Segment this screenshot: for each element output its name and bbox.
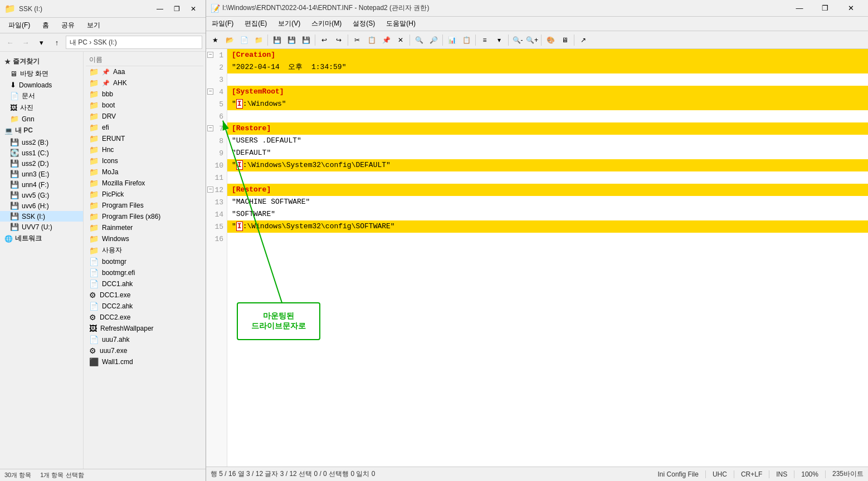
close-button[interactable]: ✕ [186, 3, 201, 14]
menu-help[interactable]: 도움말(H) [381, 17, 421, 30]
sidebar-item-documents[interactable]: 📄 문서 [0, 90, 83, 102]
sidebar-item-b[interactable]: 💾 uss2 (B:) [0, 137, 83, 148]
list-item[interactable]: 📁 bbb [86, 89, 203, 100]
sidebar-item-g[interactable]: 💾 uvv5 (G:) [0, 190, 83, 200]
list-item[interactable]: 📄 DCC2.ahk [86, 301, 203, 312]
ribbon-tab-file[interactable]: 파일(F) [2, 19, 36, 32]
list-item[interactable]: 📁 PicPick [86, 189, 203, 200]
sidebar-item-e[interactable]: 💾 unn3 (E:) [0, 169, 83, 179]
fold-icon[interactable]: − [207, 89, 213, 95]
toolbar-star[interactable]: ★ [208, 33, 222, 47]
sidebar-item-c[interactable]: 💽 uss1 (C:) [0, 148, 83, 158]
toolbar-open-folder[interactable]: 📂 [223, 33, 236, 47]
list-item[interactable]: 📁 DRV [86, 111, 203, 122]
sidebar-item-u[interactable]: 💾 UVV7 (U:) [0, 222, 83, 232]
toolbar-view2[interactable]: 📋 [460, 33, 473, 47]
sidebar-item-h[interactable]: 💾 uvv6 (H:) [0, 200, 83, 211]
toolbar-view1[interactable]: 📊 [445, 33, 459, 47]
ribbon-tab-share[interactable]: 공유 [55, 19, 81, 32]
menu-schema[interactable]: 스키마(M) [306, 17, 347, 30]
code-line[interactable]: "I:\Windows\System32\config\SOFTWARE" [227, 220, 868, 233]
list-item[interactable]: 📄 bootmgr [86, 256, 203, 267]
sidebar-item-desktop[interactable]: 🖥 바탕 화면 [0, 68, 83, 80]
recent-button[interactable]: ▾ [35, 36, 48, 49]
list-item[interactable]: ⚙ DCC1.exe [86, 289, 203, 301]
toolbar-linewrap[interactable]: ≡ [478, 33, 491, 47]
menu-file[interactable]: 파일(F) [206, 17, 239, 30]
sidebar-item-f[interactable]: 💾 unn4 (F:) [0, 179, 83, 190]
code-line[interactable]: "SOFTWARE" [227, 208, 868, 220]
code-line[interactable]: "MACHINE SOFTWARE" [227, 196, 868, 208]
menu-view[interactable]: 보기(V) [272, 17, 306, 30]
editor-content[interactable]: [Creation]"2022-04-14 오후 1:34:59"[System… [227, 49, 868, 467]
list-item[interactable]: 📁 Windows [86, 233, 203, 244]
fold-icon[interactable]: − [207, 125, 213, 131]
list-item[interactable]: 📄 DCC1.ahk [86, 278, 203, 289]
toolbar-find[interactable]: 🔍 [412, 33, 426, 47]
code-line[interactable] [227, 73, 868, 86]
up-button[interactable]: ↑ [50, 36, 64, 49]
toolbar-delete[interactable]: ✕ [394, 33, 407, 47]
toolbar-find2[interactable]: 🔎 [427, 33, 440, 47]
notepad-restore-button[interactable]: ❐ [812, 0, 838, 17]
sidebar-item-d[interactable]: 💾 uss2 (D:) [0, 158, 83, 169]
toolbar-save3[interactable]: 💾 [299, 33, 313, 47]
list-item[interactable]: 📄 bootmgr.efi [86, 267, 203, 278]
toolbar-external[interactable]: ↗ [577, 33, 590, 47]
fold-icon[interactable]: − [207, 186, 213, 193]
fold-icon[interactable]: − [207, 52, 213, 58]
code-line[interactable]: [Creation] [227, 49, 868, 61]
back-button[interactable]: ← [3, 36, 17, 49]
code-line[interactable]: "DEFAULT" [227, 147, 868, 159]
list-item[interactable]: 📁 efi [86, 122, 203, 133]
notepad-close-button[interactable]: ✕ [838, 0, 864, 17]
restore-button[interactable]: ❐ [169, 3, 184, 14]
sidebar-item-i[interactable]: 💾 SSK (I:) [0, 211, 83, 222]
address-bar[interactable]: 내 PC › SSK (I:) [66, 36, 202, 49]
toolbar-zoom-out[interactable]: 🔍- [511, 33, 524, 47]
toolbar-undo[interactable]: ↩ [318, 33, 331, 47]
toolbar-zoom-in[interactable]: 🔍+ [525, 33, 539, 47]
toolbar-cut[interactable]: ✂ [350, 33, 364, 47]
list-item[interactable]: 📄 uuu7.ahk [86, 334, 203, 345]
list-item[interactable]: 📁 Rainmeter [86, 222, 203, 233]
list-item[interactable]: 📁 Program Files (x86) [86, 211, 203, 222]
sidebar-item-downloads[interactable]: ⬇ Downloads [0, 80, 83, 90]
list-item[interactable]: ⚙ DCC2.exe [86, 312, 203, 323]
list-item[interactable]: 📁 Icons [86, 155, 203, 166]
sidebar-item-pictures[interactable]: 🖼 사진 [0, 102, 83, 114]
forward-button[interactable]: → [19, 36, 32, 49]
list-item[interactable]: 📁 📌 AHK [86, 77, 203, 89]
list-item[interactable]: 📁 boot [86, 100, 203, 111]
toolbar-color[interactable]: 🎨 [544, 33, 557, 47]
menu-edit[interactable]: 편집(E) [239, 17, 272, 30]
code-line[interactable]: "I:\Windows" [227, 98, 868, 110]
toolbar-save2[interactable]: 💾 [285, 33, 298, 47]
ribbon-tab-view[interactable]: 보기 [81, 19, 106, 32]
list-item[interactable]: ⚙ uuu7.exe [86, 345, 203, 356]
code-line[interactable] [227, 233, 868, 245]
toolbar-dropdown[interactable]: ▾ [492, 33, 506, 47]
sidebar-item-gnn[interactable]: 📁 Gnn [0, 114, 83, 124]
list-item[interactable]: 📁 MoJa [86, 166, 203, 178]
toolbar-redo[interactable]: ↪ [332, 33, 345, 47]
code-line[interactable] [227, 110, 868, 122]
toolbar-paste[interactable]: 📌 [379, 33, 393, 47]
menu-settings[interactable]: 설정(S) [347, 17, 381, 30]
list-item[interactable]: ⬛ Wall1.cmd [86, 356, 203, 367]
notepad-minimize-button[interactable]: — [787, 0, 812, 17]
code-line[interactable]: [Restore] [227, 122, 868, 135]
minimize-button[interactable]: — [152, 3, 168, 14]
code-line[interactable]: "USERS .DEFAULT" [227, 135, 868, 147]
list-item[interactable]: 📁 Mozilla Firefox [86, 178, 203, 189]
code-line[interactable] [227, 171, 868, 184]
ribbon-tab-home[interactable]: 홈 [36, 19, 55, 32]
toolbar-copy[interactable]: 📋 [365, 33, 378, 47]
code-line[interactable]: "I:\Windows\System32\config\DEFAULT" [227, 159, 868, 171]
code-line[interactable]: "2022-04-14 오후 1:34:59" [227, 61, 868, 73]
toolbar-monitor[interactable]: 🖥 [558, 33, 572, 47]
list-item[interactable]: 📁 ERUNT [86, 133, 203, 144]
list-item[interactable]: 📁 사용자 [86, 244, 203, 256]
list-item[interactable]: 🖼 RefreshWallpaper [86, 323, 203, 334]
toolbar-open[interactable]: 📁 [252, 33, 265, 47]
